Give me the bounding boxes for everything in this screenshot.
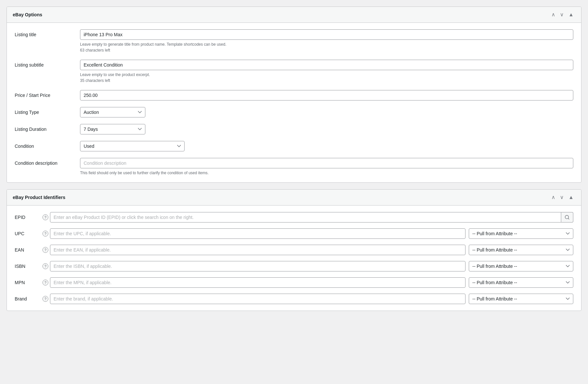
price-label: Price / Start Price	[15, 90, 80, 98]
listing-duration-row: Listing Duration 1 Day 3 Days 5 Days 7 D…	[15, 124, 573, 134]
epid-help: ?	[41, 214, 50, 220]
mpn-attr-select[interactable]: -- Pull from Attribute --	[469, 277, 573, 288]
listing-title-wrap: Leave empty to generate title from produ…	[80, 29, 573, 53]
epid-input[interactable]	[50, 212, 561, 223]
brand-input-wrap	[50, 294, 466, 304]
mpn-input-wrap	[50, 277, 466, 288]
brand-row: Brand ? -- Pull from Attribute --	[15, 294, 573, 304]
ean-attr-select[interactable]: -- Pull from Attribute --	[469, 245, 573, 255]
upc-attr-wrap: -- Pull from Attribute --	[469, 228, 573, 239]
listing-subtitle-input[interactable]	[80, 60, 573, 70]
ebay-identifiers-collapse-up-button[interactable]: ∧	[550, 194, 557, 201]
ebay-identifiers-collapse-down-button[interactable]: ∨	[558, 194, 565, 201]
listing-duration-select[interactable]: 1 Day 3 Days 5 Days 7 Days 10 Days 30 Da…	[80, 124, 145, 134]
isbn-row: ISBN ? -- Pull from Attribute --	[15, 261, 573, 271]
price-input[interactable]	[80, 90, 573, 100]
brand-help-icon[interactable]: ?	[42, 296, 48, 302]
listing-title-input[interactable]	[80, 29, 573, 40]
ebay-product-identifiers-panel: eBay Product Identifiers ∧ ∨ ▲ EPID ?	[7, 189, 581, 311]
ean-help-icon[interactable]: ?	[42, 247, 48, 253]
price-wrap	[80, 90, 573, 100]
ean-attr-wrap: -- Pull from Attribute --	[469, 245, 573, 255]
upc-input[interactable]	[50, 228, 466, 239]
listing-type-wrap: Auction Fixed Price Buy It Now	[80, 107, 573, 117]
ebay-options-header: eBay Options ∧ ∨ ▲	[7, 7, 581, 23]
ebay-options-body: Listing title Leave empty to generate ti…	[7, 23, 581, 182]
ebay-identifiers-controls: ∧ ∨ ▲	[550, 194, 575, 201]
listing-title-hint: Leave empty to generate title from produ…	[80, 41, 573, 53]
epid-input-row	[50, 212, 573, 223]
listing-title-row: Listing title Leave empty to generate ti…	[15, 29, 573, 53]
condition-description-wrap: This field should only be used to furthe…	[80, 158, 573, 176]
epid-row: EPID ?	[15, 212, 573, 223]
upc-label: UPC	[15, 231, 41, 236]
brand-label: Brand	[15, 296, 41, 301]
ebay-options-collapse-up-button[interactable]: ∧	[550, 11, 557, 18]
listing-title-label: Listing title	[15, 29, 80, 37]
listing-type-row: Listing Type Auction Fixed Price Buy It …	[15, 107, 573, 117]
listing-duration-label: Listing Duration	[15, 124, 80, 132]
ebay-identifiers-title: eBay Product Identifiers	[13, 195, 65, 200]
mpn-help: ?	[41, 280, 50, 285]
condition-description-input[interactable]	[80, 158, 573, 168]
upc-help: ?	[41, 231, 50, 237]
mpn-help-icon[interactable]: ?	[42, 280, 48, 285]
condition-description-label: Condition description	[15, 158, 80, 166]
ebay-options-toggle-button[interactable]: ▲	[567, 11, 575, 18]
mpn-attr-wrap: -- Pull from Attribute --	[469, 277, 573, 288]
svg-line-1	[568, 218, 569, 219]
epid-label: EPID	[15, 215, 41, 220]
mpn-label: MPN	[15, 280, 41, 285]
listing-duration-wrap: 1 Day 3 Days 5 Days 7 Days 10 Days 30 Da…	[80, 124, 573, 134]
ean-input[interactable]	[50, 245, 466, 255]
upc-input-wrap	[50, 228, 466, 239]
ebay-identifiers-toggle-button[interactable]: ▲	[567, 194, 575, 201]
condition-select[interactable]: New New other (see details) New with def…	[80, 141, 185, 151]
ean-input-wrap	[50, 245, 466, 255]
mpn-input[interactable]	[50, 277, 466, 288]
condition-wrap: New New other (see details) New with def…	[80, 141, 573, 151]
condition-label: Condition	[15, 141, 80, 149]
ebay-options-title: eBay Options	[13, 12, 42, 17]
ebay-options-collapse-down-button[interactable]: ∨	[558, 11, 565, 18]
isbn-input-wrap	[50, 261, 466, 271]
search-icon	[564, 215, 570, 220]
ean-help: ?	[41, 247, 50, 253]
ebay-options-panel: eBay Options ∧ ∨ ▲ Listing title Leave e…	[7, 7, 581, 183]
ebay-options-controls: ∧ ∨ ▲	[550, 11, 575, 18]
epid-search-button[interactable]	[561, 212, 573, 223]
condition-row: Condition New New other (see details) Ne…	[15, 141, 573, 151]
ebay-identifiers-header: eBay Product Identifiers ∧ ∨ ▲	[7, 190, 581, 206]
isbn-input[interactable]	[50, 261, 466, 271]
mpn-row: MPN ? -- Pull from Attribute --	[15, 277, 573, 288]
brand-help: ?	[41, 296, 50, 302]
listing-subtitle-wrap: Leave empty to use the product excerpt. …	[80, 60, 573, 84]
brand-attr-wrap: -- Pull from Attribute --	[469, 294, 573, 304]
price-row: Price / Start Price	[15, 90, 573, 100]
epid-input-wrap	[50, 212, 573, 223]
listing-subtitle-label: Listing subtitle	[15, 60, 80, 68]
condition-description-row: Condition description This field should …	[15, 158, 573, 176]
listing-type-select[interactable]: Auction Fixed Price Buy It Now	[80, 107, 145, 117]
brand-attr-select[interactable]: -- Pull from Attribute --	[469, 294, 573, 304]
listing-subtitle-row: Listing subtitle Leave empty to use the …	[15, 60, 573, 84]
brand-input[interactable]	[50, 294, 466, 304]
isbn-label: ISBN	[15, 264, 41, 269]
listing-subtitle-hint: Leave empty to use the product excerpt. …	[80, 72, 573, 84]
condition-description-hint: This field should only be used to furthe…	[80, 170, 573, 176]
ebay-identifiers-body: EPID ? UPC ?	[7, 206, 581, 311]
isbn-attr-select[interactable]: -- Pull from Attribute --	[469, 261, 573, 271]
ean-row: EAN ? -- Pull from Attribute --	[15, 245, 573, 255]
isbn-help-icon[interactable]: ?	[42, 263, 48, 269]
upc-attr-select[interactable]: -- Pull from Attribute --	[469, 228, 573, 239]
ean-label: EAN	[15, 247, 41, 253]
epid-help-icon[interactable]: ?	[42, 214, 48, 220]
isbn-attr-wrap: -- Pull from Attribute --	[469, 261, 573, 271]
listing-type-label: Listing Type	[15, 107, 80, 115]
isbn-help: ?	[41, 263, 50, 269]
upc-help-icon[interactable]: ?	[42, 231, 48, 237]
upc-row: UPC ? -- Pull from Attribute --	[15, 228, 573, 239]
